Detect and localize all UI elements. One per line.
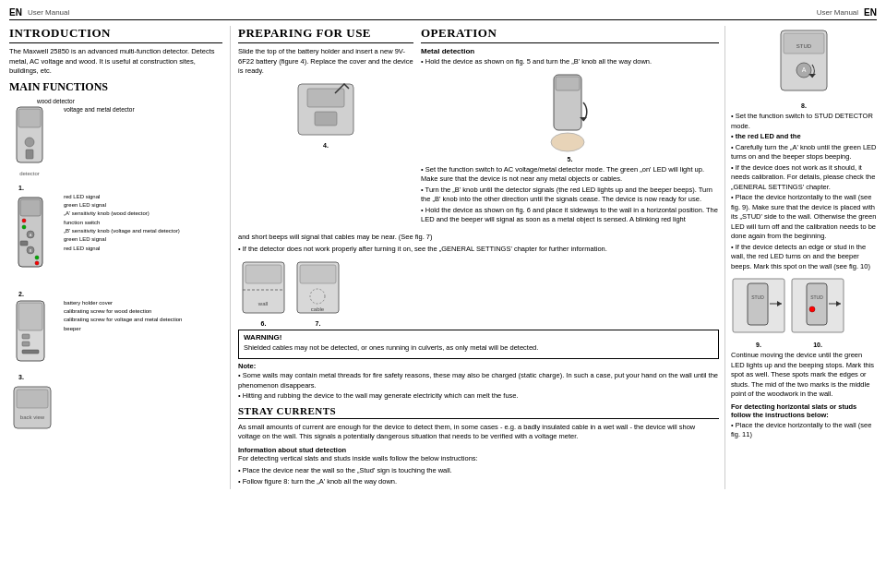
fig7-label: 7. [293,320,343,327]
warning-text: Shielded cables may not be detected, or … [244,343,713,354]
fig7-item: cable 7. [293,258,343,327]
op-bullet-1: Set the function switch to AC voltage/me… [421,165,719,185]
svg-rect-1 [18,109,41,127]
device-svg-3: back view [9,382,65,433]
label-cal-voltage: calibrating screw for voltage and metal … [64,316,222,323]
fig4-container: 4. [238,79,413,149]
stud-bullet-6: If the device detects an edge or stud in… [731,243,877,272]
info-bullet-2: Follow figure 8: turn the „A' knob all t… [238,477,719,487]
voltage-metal-label: voltage and metal detector [64,105,135,114]
warning-title: WARNING! [244,333,713,342]
title-right: User Manual [817,8,858,17]
svg-text:back view: back view [20,414,45,420]
note-title: Note: [238,362,719,370]
stud-bullet-4: If the device does not work as it should… [731,163,877,193]
info-bullets: Place the device near the wall so the „S… [238,466,719,486]
fig9-label: 9. [731,342,786,348]
device-back-diagram [9,299,60,370]
warning-box: WARNING! Shielded cables may not be dete… [238,330,719,360]
right-far-col: STUD A 8. Set the function switch to STU… [724,26,877,489]
stud-bullet-1: Set the function switch to STUD DETECTOR… [731,112,877,131]
wood-label: wood detector [37,98,222,104]
title-left: User Manual [28,8,69,17]
svg-text:STUD: STUD [810,294,823,300]
svg-rect-17 [18,303,42,330]
info-detection-section: Information about stud detection For det… [238,446,719,487]
fig2-label: 2. [18,291,222,297]
page: EN User Manual User Manual EN Introducti… [0,0,886,588]
fig4-label: 4. [238,142,413,149]
stud-bullet-5: Place the device horizontally to the wal… [731,193,877,242]
led-red-text: the red LED and the [736,132,801,140]
top-device-diagram: detector [9,105,60,181]
svg-rect-11 [20,241,28,246]
svg-rect-18 [22,334,30,339]
svg-point-15 [35,261,39,265]
device-labels-list: red LED signal green LED signal „A' sens… [64,193,222,254]
metal-text: Hold the device as shown on fig. 5 and t… [421,57,719,67]
label-cal-wood: calibrating screw for wood detection [64,307,222,315]
device-svg-top: detector [9,105,60,179]
svg-rect-20 [22,350,39,354]
operation-bullets: Set the function switch to AC voltage/me… [421,165,719,225]
svg-text:B: B [30,247,32,252]
label-green-led-2: green LED signal [64,235,222,243]
fig5-svg [535,70,605,153]
diagram-row-back: battery holder cover calibrating screw f… [9,299,222,370]
svg-point-30 [551,133,584,151]
info-bullet-1: Place the device near the wall so the „S… [238,466,719,476]
label-battery: battery holder cover [64,299,222,306]
fig1-label: 1. [18,185,222,191]
stray-section: Stray currents As small amounts of curre… [238,405,719,442]
op-bullet-2: Turn the „B' knob until the detector sig… [421,186,719,205]
center-content: and short beeps will signal that cables … [238,233,719,490]
device-svg-labeled: A B [9,193,60,285]
intro-title-text: Introduction [9,26,111,40]
svg-rect-22 [17,390,48,408]
svg-rect-26 [315,112,337,126]
preparing-section: Preparing for Use Slide the top of the b… [238,26,413,228]
svg-rect-3 [26,150,33,159]
stud-bullets: Set the function switch to STUD DETECTOR… [731,112,877,271]
svg-rect-6 [20,199,41,216]
figs-6-7-row: wall 6. [238,258,719,327]
svg-point-51 [809,306,815,312]
label-green-led: green LED signal [64,201,222,209]
fig6-svg: wall [238,258,289,318]
label-switch: function switch [64,219,222,226]
note-bullet-2: Hitting and rubbing the device to the wa… [238,391,719,402]
fig6-label: 6. [238,320,289,327]
fig5-container: 5. [421,70,719,162]
fig9-item: STUD 9. [731,274,786,348]
svg-point-8 [22,225,26,229]
continue-text: Continue moving the device until the gre… [731,351,877,400]
info-detection-title: Information about stud detection [238,446,719,454]
fig10-svg: STUD [790,274,845,339]
note-bullets: Some walls may contain metal threads for… [238,371,719,402]
svg-text:wall: wall [257,301,268,306]
info-detection-text: For detecting vertical slats and studs i… [238,454,719,464]
introduction-section: Introduction The Maxwell 25850 is an adv… [9,26,222,77]
main-functions-section: Main Functions wood detector detector [9,80,222,435]
stray-title: Stray currents [238,405,719,419]
mid-right: Preparing for Use Slide the top of the b… [238,26,719,489]
svg-text:cable: cable [311,306,325,312]
fig8-svg: STUD A [772,26,836,100]
fig10-item: STUD 10. [790,274,845,348]
label-red-led: red LED signal [64,193,222,200]
diagram-row-labels: A B red LED signal [9,193,222,287]
if-not-work-list: If the detector does not work properly a… [238,245,719,255]
svg-point-7 [22,219,26,222]
stray-title-text: Stray currents [238,405,336,416]
stud-bullet-2: the red LED and the [731,132,877,142]
svg-text:STUD: STUD [796,43,812,49]
continued-text: and short beeps will signal that cables … [238,233,719,243]
center-bottom: and short beeps will signal that cables … [238,233,719,490]
mf-title: Main Functions [9,80,222,94]
lang-left: EN [9,7,22,18]
note-bullet-1: Some walls may contain metal threads for… [238,371,719,390]
svg-text:A: A [30,232,32,236]
note-section: Note: Some walls may contain metal threa… [238,362,719,402]
fig6-item: wall 6. [238,258,289,327]
metal-bullet: Hold the device as shown on fig. 5 and t… [421,57,719,67]
